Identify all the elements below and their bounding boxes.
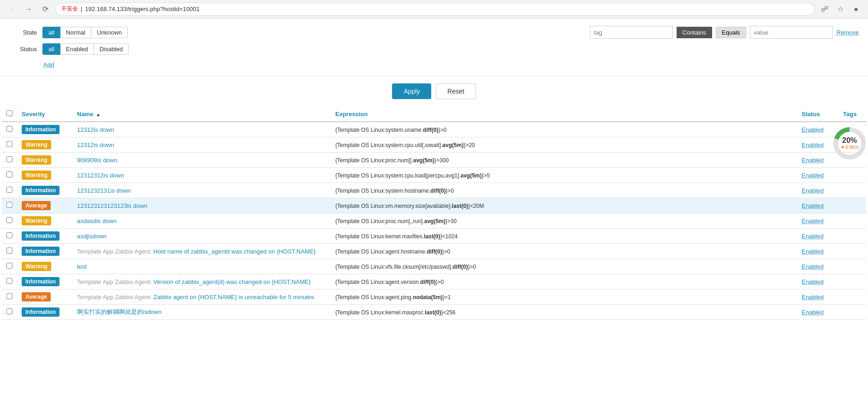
row-checkbox[interactable] [6,171,12,177]
status-btn-enabled[interactable]: Enabled [60,43,94,55]
status-toggle[interactable]: Enabled [802,218,824,224]
severity-cell: Information [17,305,72,320]
status-toggle[interactable]: Enabled [802,157,824,164]
name-link[interactable]: Version of zabbix_agent(d) was changed o… [154,278,311,285]
equals-button[interactable]: Equals [716,27,746,38]
state-btn-normal[interactable]: Normal [60,27,91,38]
name-link[interactable]: Zabbix agent on {HOST.NAME} is unreachab… [154,294,314,301]
row-checkbox[interactable] [6,141,12,147]
table-row: Warning12312312is down{Template OS Linux… [2,168,866,183]
name-link[interactable]: 1231232131is down [77,187,131,194]
profile-button[interactable]: ● [850,3,862,16]
expression-text: {Template OS Linux:vm.memory.size[availa… [335,203,484,209]
status-cell: Enabled [797,274,838,289]
name-link[interactable]: 12312is down [77,142,114,148]
name-cell: asdasdis down [72,213,331,229]
name-link[interactable]: 啊实打实的解耦啊就是的isdown [77,308,161,315]
severity-badge: Information [22,125,59,134]
status-toggle[interactable]: Enabled [802,294,824,301]
expression-text: {Template OS Linux:system.cpu.load[percp… [335,172,490,179]
table-row: Information12312is down{Template OS Linu… [2,122,866,137]
name-cell: Template App Zabbix Agent: Host name of … [72,244,331,259]
status-toggle[interactable]: Enabled [802,278,824,285]
severity-cell: Warning [17,259,72,274]
name-link[interactable]: asdjisdown [77,233,107,240]
add-button[interactable]: Add [43,61,54,68]
url-separator: | [81,6,82,12]
value-input[interactable] [750,26,833,39]
triggers-table: Severity Name ▲ Expression Status Tags I… [2,106,866,320]
name-link[interactable]: test [77,263,87,270]
expression-text: {Template OS Linux:agent.ping.nodata(5m)… [335,294,451,301]
status-toggle[interactable]: Enabled [802,172,824,179]
row-checkbox[interactable] [6,308,12,314]
row-checkbox[interactable] [6,202,12,208]
severity-cell: Warning [17,168,72,183]
table-row: Warning908908is down{Template OS Linux:p… [2,153,866,168]
state-btn-unknown[interactable]: Unknown [91,27,128,38]
status-toggle[interactable]: Enabled [802,126,824,133]
reset-button[interactable]: Reset [436,83,476,99]
status-toggle[interactable]: Enabled [802,233,824,240]
expression-cell: {Template OS Linux:agent.ping.nodata(5m)… [331,289,797,305]
name-link[interactable]: 123123123123123is down [77,202,148,209]
row-checkbox-cell [2,168,17,183]
status-cell: Enabled [797,244,838,259]
status-toggle[interactable]: Enabled [802,202,824,209]
contains-button[interactable]: Contains [677,27,712,38]
row-checkbox[interactable] [6,187,12,193]
select-all-header[interactable] [2,106,17,122]
row-checkbox[interactable] [6,293,12,299]
status-toggle[interactable]: Enabled [802,142,824,148]
row-checkbox[interactable] [6,126,12,132]
apply-button[interactable]: Apply [392,83,431,99]
status-btn-disabled[interactable]: Disabled [94,43,129,55]
name-cell: 12312is down [72,137,331,153]
state-btn-all[interactable]: all [42,27,60,38]
bookmark-button[interactable]: ☆ [834,3,847,16]
row-checkbox[interactable] [6,156,12,162]
severity-badge: Information [22,231,59,241]
status-btn-all[interactable]: all [42,43,60,55]
expression-text: {Template OS Linux:vfs.file.cksum[/etc/p… [335,264,476,270]
row-checkbox[interactable] [6,278,12,284]
status-toggle[interactable]: Enabled [802,263,824,270]
expression-text: {Template OS Linux:proc.num[,,run].avg(5… [335,218,457,224]
row-checkbox-cell [2,244,17,259]
remove-button[interactable]: Remove [837,29,859,36]
row-checkbox[interactable] [6,217,12,223]
tags-cell [838,305,866,320]
name-column-header[interactable]: Name ▲ [72,106,331,122]
severity-badge: Information [22,247,59,256]
table-row: Warningtest{Template OS Linux:vfs.file.c… [2,259,866,274]
reload-button[interactable]: ⟳ [39,3,52,16]
tags-cell [838,183,866,198]
status-toggle[interactable]: Enabled [802,187,824,194]
status-toggle[interactable]: Enabled [802,309,824,316]
status-cell: Enabled [797,198,838,213]
back-button[interactable]: ← [6,3,18,16]
translate-button[interactable]: ☍ [818,3,831,16]
name-link[interactable]: 12312is down [77,126,114,133]
forward-button[interactable]: → [22,3,35,16]
status-toggle[interactable]: Enabled [802,248,824,255]
tag-input[interactable] [590,26,673,39]
row-checkbox[interactable] [6,248,12,254]
expression-column-header: Expression [331,106,797,122]
name-prefix: Template App Zabbix Agent: [77,248,154,255]
donut-chart: 20% ▼ 6.9K/s [831,125,868,162]
expression-text: {Template OS Linux:system.hostname.diff(… [335,188,454,194]
status-cell: Enabled [797,259,838,274]
severity-column-header: Severity [17,106,72,122]
name-link[interactable]: 12312312is down [77,172,124,179]
name-cell: test [72,259,331,274]
state-filter-row: State allNormalUnknown Contains Equals R… [9,26,859,39]
name-link[interactable]: Host name of zabbix_agentd was changed o… [154,248,316,255]
select-all-checkbox[interactable] [6,110,12,116]
expression-cell: {Template OS Linux:proc.num[].avg(5m)}>3… [331,153,797,168]
table-row: InformationTemplate App Zabbix Agent: Ho… [2,244,866,259]
name-link[interactable]: 908908is down [77,157,117,164]
row-checkbox[interactable] [6,263,12,269]
row-checkbox[interactable] [6,232,12,238]
name-link[interactable]: asdasdis down [77,218,117,224]
